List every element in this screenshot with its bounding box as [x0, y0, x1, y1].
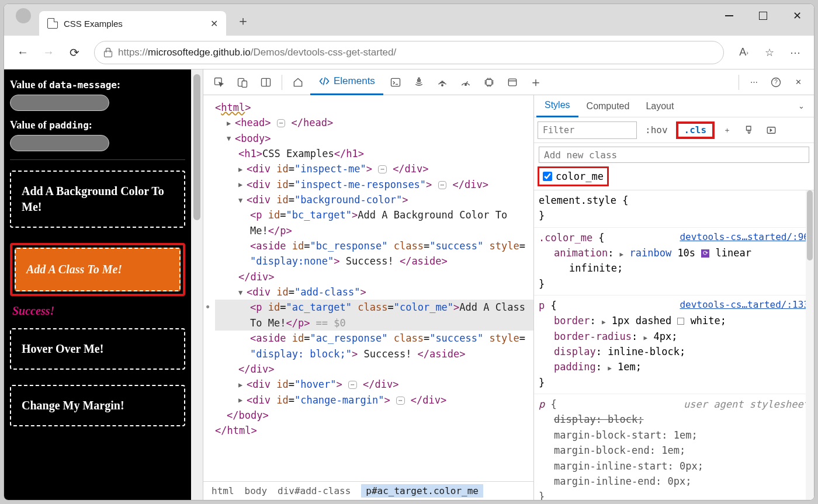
box-hover[interactable]: Hover Over Me!: [10, 328, 185, 370]
help-icon[interactable]: ?: [765, 72, 787, 93]
profile-avatar[interactable]: [16, 8, 31, 23]
welcome-tab-icon[interactable]: [287, 72, 309, 93]
address-bar: ← → ⟳ https://microsoftedge.github.io/De…: [4, 36, 814, 69]
svg-rect-5: [391, 78, 400, 86]
breadcrumb-body[interactable]: body: [245, 485, 268, 496]
application-tab-icon[interactable]: [501, 72, 524, 93]
toggle-sidebar-icon[interactable]: [761, 120, 781, 140]
svg-rect-2: [242, 81, 247, 87]
titlebar: CSS Examples ✕ ＋ ✕: [4, 4, 814, 36]
more-tabs-icon[interactable]: ＋: [525, 72, 547, 93]
cls-toggle[interactable]: .cls: [676, 121, 715, 139]
paint-brush-icon[interactable]: [739, 120, 759, 140]
source-link[interactable]: devtools-cs…tarted/:133: [680, 298, 809, 312]
svg-rect-26: [508, 79, 516, 86]
dom-tree[interactable]: <html> ▶<head> ⋯ </head> ▼<body> <h1>CSS…: [203, 95, 533, 481]
breadcrumb-html[interactable]: html: [212, 485, 234, 496]
divider: [10, 159, 185, 160]
layout-tab[interactable]: Layout: [637, 95, 682, 117]
expand-more-icon[interactable]: ⌄: [791, 102, 812, 110]
elements-tab[interactable]: Elements: [310, 69, 383, 95]
computed-tab[interactable]: Computed: [578, 95, 638, 117]
dock-side-icon[interactable]: [255, 72, 277, 93]
network-tab-icon[interactable]: [431, 72, 453, 93]
hov-toggle[interactable]: :hov: [639, 121, 674, 139]
settings-icon[interactable]: ⋯: [743, 72, 765, 93]
forward-button: →: [37, 41, 60, 64]
svg-point-12: [465, 84, 467, 85]
tab-title: CSS Examples: [64, 19, 123, 29]
devtools-toolbar: Elements ＋ ⋯ ? ✕: [203, 69, 814, 95]
breadcrumb-selected[interactable]: p#ac_target.color_me: [361, 484, 483, 498]
read-aloud-icon[interactable]: A›: [732, 41, 755, 64]
svg-text:?: ?: [774, 79, 778, 85]
lock-icon: [103, 48, 112, 57]
back-button[interactable]: ←: [11, 41, 34, 64]
new-style-rule-icon[interactable]: ＋: [717, 120, 737, 140]
readout-padding: [10, 135, 109, 151]
more-icon[interactable]: ⋯: [784, 41, 807, 64]
devtools: Elements ＋ ⋯ ? ✕: [203, 69, 814, 500]
url-input[interactable]: https://microsoftedge.github.io/Demos/de…: [94, 41, 724, 64]
success-message: Success!: [12, 304, 185, 318]
sources-tab-icon[interactable]: [408, 72, 430, 93]
inspect-element-icon[interactable]: [208, 72, 230, 93]
breadcrumb[interactable]: html body div#add-class p#ac_target.colo…: [203, 481, 533, 500]
class-toggle-color-me[interactable]: color_me: [538, 166, 609, 186]
url-text: https://microsoftedge.github.io/Demos/de…: [118, 47, 396, 58]
svg-rect-3: [262, 78, 271, 86]
new-tab-button[interactable]: ＋: [237, 12, 249, 30]
readout-data-message: [10, 95, 109, 111]
styles-pane: Styles Computed Layout ⌄ :hov .cls ＋: [533, 95, 814, 500]
performance-tab-icon[interactable]: [455, 72, 477, 93]
console-tab-icon[interactable]: [384, 72, 407, 93]
device-toggle-icon[interactable]: [231, 72, 254, 93]
breadcrumb-div[interactable]: div#add-class: [278, 485, 351, 496]
svg-point-9: [418, 79, 420, 81]
window-close-button[interactable]: ✕: [780, 4, 814, 27]
styles-filter-input[interactable]: [538, 121, 637, 139]
memory-tab-icon[interactable]: [478, 72, 500, 93]
box-change-margin[interactable]: Change My Margin!: [10, 385, 185, 426]
favorite-icon[interactable]: ☆: [758, 41, 781, 64]
rendered-page: Value of data-message: Value of padding:…: [4, 69, 191, 500]
window-minimize-button[interactable]: [712, 4, 746, 27]
svg-point-10: [442, 84, 443, 86]
label-padding: Value of padding:: [10, 119, 185, 131]
page-scrollbar[interactable]: [191, 69, 203, 500]
source-link[interactable]: devtools-cs…started/:96: [680, 230, 809, 245]
window-maximize-button[interactable]: [746, 4, 780, 27]
devtools-close-icon[interactable]: ✕: [787, 72, 809, 93]
label-data-message: Value of data-message:: [10, 79, 185, 91]
browser-tab[interactable]: CSS Examples ✕: [39, 11, 226, 36]
box-add-class-highlighted[interactable]: Add A Class To Me!: [10, 243, 185, 296]
svg-rect-13: [486, 79, 492, 85]
tab-close-button[interactable]: ✕: [210, 18, 218, 29]
refresh-button[interactable]: ⟳: [63, 41, 86, 64]
add-class-input[interactable]: [539, 147, 809, 163]
class-checkbox[interactable]: [543, 172, 552, 181]
styles-tab[interactable]: Styles: [536, 95, 578, 117]
css-rules[interactable]: element.style { } devtools-cs…started/:9…: [534, 190, 814, 500]
styles-scrollbar[interactable]: [806, 190, 814, 500]
box-background-color[interactable]: Add A Background Color To Me!: [10, 171, 185, 228]
page-icon: [47, 18, 58, 29]
